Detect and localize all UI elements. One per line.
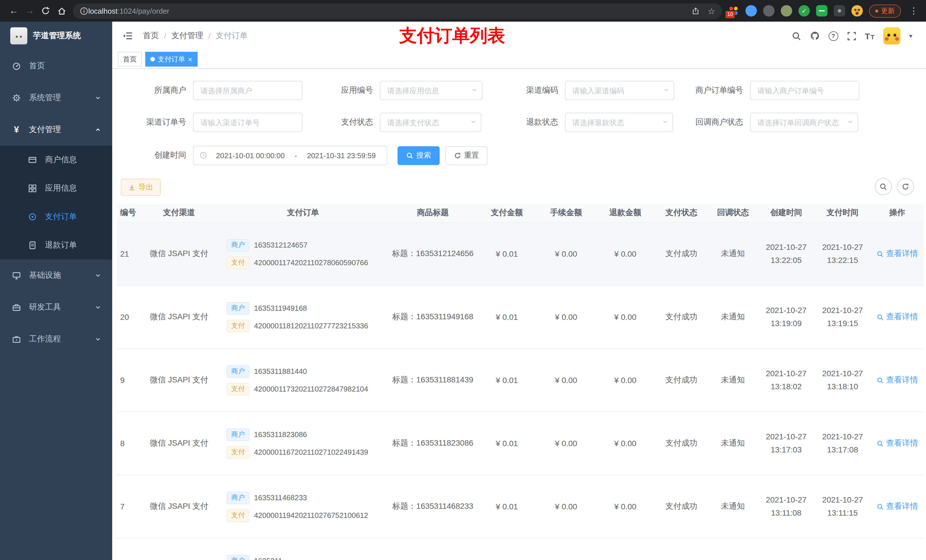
browser-menu-icon[interactable]: ⋮ — [907, 6, 920, 16]
url-path: :1024/pay/order — [118, 6, 169, 15]
cell-refund: ¥ 0.00 — [596, 222, 655, 285]
sidebar-item-payment[interactable]: ¥ 支付管理 — [0, 114, 112, 146]
avatar[interactable] — [884, 27, 901, 44]
cell-refund: ¥ 0.00 — [596, 475, 655, 538]
sidebar-item-app-info[interactable]: 应用信息 — [0, 174, 112, 202]
chevron-down-icon — [470, 118, 477, 125]
extension-icon-olive[interactable] — [781, 5, 792, 17]
browser-update-button[interactable]: 更新 — [869, 4, 901, 17]
cell-amount — [477, 538, 536, 560]
refresh-table-icon-button[interactable] — [897, 178, 914, 195]
cell-refund: ¥ 0.00 — [596, 286, 655, 348]
view-detail-link[interactable]: 查看详情 — [876, 312, 918, 322]
merchant-order-no-input[interactable] — [750, 81, 859, 100]
caret-down-icon[interactable]: ▾ — [909, 32, 912, 39]
document-icon — [27, 241, 38, 250]
merchant-input[interactable] — [193, 81, 303, 100]
view-detail-link[interactable]: 查看详情 — [876, 501, 918, 512]
extension-icon-colorful[interactable]: 10 — [728, 5, 739, 17]
home-icon[interactable] — [53, 3, 70, 19]
merchant-order-no: 1635311949168 — [254, 304, 307, 312]
sidebar-item-refund-order[interactable]: 退款订单 — [0, 231, 112, 260]
date-range-picker[interactable]: 2021-10-01 00:00:00 - 2021-10-31 23:59:5… — [193, 146, 387, 165]
reload-icon[interactable] — [38, 3, 53, 19]
bookmark-star-icon[interactable]: ☆ — [708, 6, 715, 15]
cell-amount: ¥ 0.01 — [477, 286, 536, 348]
cell-id: 21 — [117, 222, 141, 285]
pay-order-no: 4200001167202110271022491439 — [254, 448, 368, 456]
site-info-icon[interactable] — [80, 6, 88, 15]
sidebar-item-dev-tools[interactable]: 研发工具 — [0, 291, 112, 323]
sidebar-fold-icon[interactable] — [120, 29, 135, 43]
extension-icon-smiley[interactable] — [851, 5, 863, 17]
cell-pay-time: 2021-10-2713:11:15 — [814, 475, 871, 538]
merchant-tag: 商户 — [227, 555, 250, 560]
sidebar-item-pay-order[interactable]: 支付订单 — [0, 202, 112, 231]
view-detail-link[interactable]: 查看详情 — [876, 438, 918, 448]
search-icon[interactable] — [791, 31, 801, 41]
extension-icon-puzzle[interactable] — [834, 5, 845, 17]
cell-refund: ¥ 0.00 — [596, 412, 655, 475]
share-icon[interactable] — [691, 6, 700, 15]
refund-status-select[interactable] — [565, 113, 673, 132]
reset-button[interactable]: 重置 — [445, 146, 487, 165]
chevron-down-icon — [663, 86, 670, 93]
font-size-icon[interactable]: TT — [865, 31, 875, 41]
channel-order-no-input[interactable] — [193, 113, 303, 132]
sidebar-item-workflow[interactable]: 工作流程 — [0, 323, 112, 355]
cell-fee: ¥ 0.00 — [536, 475, 596, 538]
sidebar-item-merchant-info[interactable]: 商户信息 — [0, 146, 112, 174]
address-bar[interactable]: localhost:1024/pay/order ☆ — [73, 3, 722, 18]
cell-status: 支付成功 — [655, 222, 708, 285]
pay-tag: 支付 — [227, 257, 250, 269]
pay-order-no: 4200001181202110277723215336 — [254, 322, 368, 330]
aim-icon — [27, 212, 38, 221]
cell-title: 标题：1635311949168 — [388, 286, 477, 348]
help-icon[interactable]: ? — [828, 31, 838, 41]
sidebar-item-home[interactable]: 首页 — [0, 50, 112, 82]
breadcrumb-home[interactable]: 首页 — [143, 31, 159, 41]
view-detail-link[interactable]: 查看详情 — [876, 375, 918, 385]
channel-code-select[interactable] — [565, 81, 674, 100]
close-icon[interactable]: × — [188, 56, 192, 63]
github-icon[interactable] — [809, 31, 820, 41]
view-detail-link[interactable]: 查看详情 — [876, 249, 918, 259]
tags-view-bar: 首页 支付订单 × — [112, 50, 926, 69]
cell-fee: ¥ 0.00 — [536, 286, 596, 348]
cell-actions: 查看详情 — [871, 222, 924, 285]
cell-channel: 微信 JSAPI 支付 — [141, 286, 218, 348]
url-host: localhost — [88, 6, 118, 15]
cell-id: 20 — [117, 286, 141, 348]
filter-label: 应用编号 — [305, 85, 380, 96]
merchant-order-no: 1635311823086 — [254, 430, 307, 439]
breadcrumb-pay-mgmt[interactable]: 支付管理 — [171, 31, 203, 41]
logo-avatar — [10, 27, 27, 44]
sidebar-item-infra[interactable]: 基础设施 — [0, 260, 112, 291]
tab-home[interactable]: 首页 — [118, 52, 142, 66]
extension-icon-doc[interactable] — [816, 5, 828, 17]
navbar: 首页 / 支付管理 / 支付订单 支付订单列表 ? — [112, 22, 926, 50]
cell-actions: 查看详情 — [871, 475, 924, 538]
tab-pay-order[interactable]: 支付订单 × — [145, 52, 197, 66]
chevron-down-icon — [662, 118, 669, 125]
pay-tag: 支付 — [227, 446, 250, 459]
pay-tag: 支付 — [227, 509, 250, 522]
fullscreen-icon[interactable] — [847, 31, 856, 41]
pay-status-select[interactable] — [380, 113, 481, 132]
filter-channel-code: 渠道编码 — [490, 81, 674, 100]
sidebar-item-system[interactable]: 系统管理 — [0, 82, 112, 114]
extension-icon-gray[interactable] — [763, 5, 775, 17]
show-search-icon-button[interactable] — [875, 178, 892, 195]
forward-icon[interactable]: → — [22, 3, 38, 19]
extension-icon-check[interactable]: ✓ — [799, 5, 810, 17]
app-select[interactable] — [380, 81, 483, 100]
cell-amount: ¥ 0.01 — [477, 349, 536, 412]
back-icon[interactable]: ← — [6, 3, 22, 19]
search-button[interactable]: 搜索 — [398, 146, 440, 165]
clock-icon — [199, 151, 207, 159]
notify-status-select[interactable] — [750, 113, 858, 132]
export-button[interactable]: 导出 — [121, 179, 160, 196]
filter-label: 商户订单编号 — [675, 85, 750, 96]
extension-icon-blue[interactable] — [746, 5, 757, 17]
breadcrumb-current: 支付订单 — [216, 31, 248, 41]
